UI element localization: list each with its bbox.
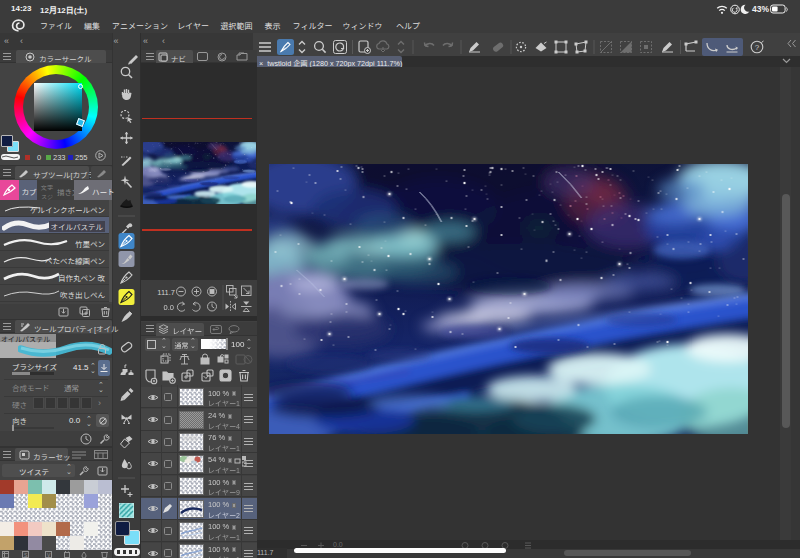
svg-text:?: ?: [755, 43, 760, 52]
svg-text:S: S: [24, 552, 28, 558]
svg-text:V: V: [47, 552, 51, 558]
svg-text:111.7: 111.7: [157, 288, 175, 297]
svg-text:0.0: 0.0: [164, 303, 174, 312]
